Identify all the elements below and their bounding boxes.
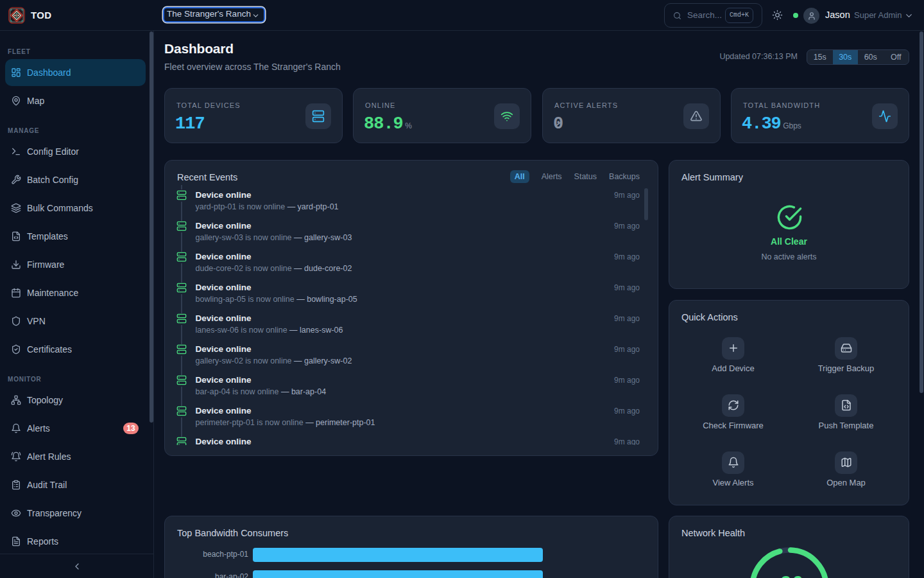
svg-text:96: 96 (780, 573, 803, 578)
